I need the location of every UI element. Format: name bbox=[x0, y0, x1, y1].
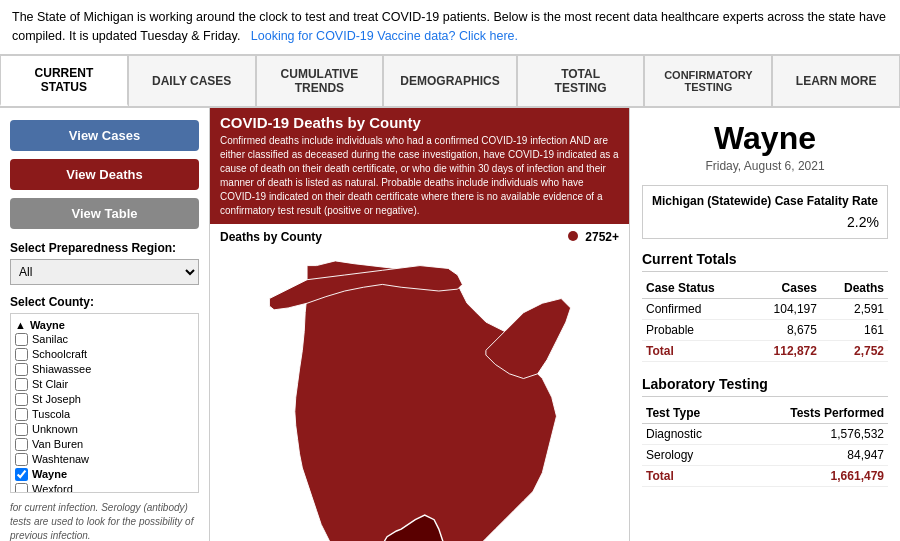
selected-county-date: Friday, August 6, 2021 bbox=[642, 159, 888, 173]
lab-performed-serology: 84,947 bbox=[737, 444, 888, 465]
map-header: COVID-19 Deaths by County Confirmed deat… bbox=[210, 108, 629, 224]
cases-total: 112,872 bbox=[749, 340, 821, 361]
status-confirmed: Confirmed bbox=[642, 298, 749, 319]
legend-dot bbox=[568, 231, 578, 241]
status-probable: Probable bbox=[642, 319, 749, 340]
lab-col-performed: Tests Performed bbox=[737, 403, 888, 424]
map-subtitle: Deaths by County bbox=[220, 230, 322, 244]
status-total: Total bbox=[642, 340, 749, 361]
map-title: COVID-19 Deaths by County bbox=[220, 114, 619, 131]
view-table-button[interactable]: View Table bbox=[10, 198, 199, 229]
michigan-map-svg bbox=[260, 255, 580, 542]
map-title-bar: Deaths by County 2752+ bbox=[210, 224, 629, 250]
region-select[interactable]: All bbox=[10, 259, 199, 285]
lab-row-serology: Serology 84,947 bbox=[642, 444, 888, 465]
county-washtenaw[interactable]: Washtenaw bbox=[15, 452, 194, 467]
sidebar-note: for current infection. Serology (antibod… bbox=[10, 501, 199, 542]
sidebar: View Cases View Deaths View Table Select… bbox=[0, 108, 210, 542]
county-schoolcraft[interactable]: Schoolcraft bbox=[15, 347, 194, 362]
top-banner: The State of Michigan is working around … bbox=[0, 0, 900, 55]
deaths-probable: 161 bbox=[821, 319, 888, 340]
map-container bbox=[210, 250, 629, 542]
svg-marker-2 bbox=[485, 298, 570, 378]
lab-testing-table: Test Type Tests Performed Diagnostic 1,5… bbox=[642, 403, 888, 487]
right-panel: Wayne Friday, August 6, 2021 Michigan (S… bbox=[630, 108, 900, 542]
lab-type-diagnostic: Diagnostic bbox=[642, 423, 737, 444]
lab-performed-total: 1,661,479 bbox=[737, 465, 888, 486]
table-row-probable: Probable 8,675 161 bbox=[642, 319, 888, 340]
county-list: ▲ Wayne Sanilac Schoolcraft Shiawassee S… bbox=[10, 313, 199, 493]
col-case-status: Case Status bbox=[642, 278, 749, 299]
nav-item-cumulative-trends[interactable]: CUMULATIVE TRENDS bbox=[256, 55, 384, 106]
cases-probable: 8,675 bbox=[749, 319, 821, 340]
county-st-clair[interactable]: St Clair bbox=[15, 377, 194, 392]
lab-row-total: Total 1,661,479 bbox=[642, 465, 888, 486]
nav-bar: CURRENT STATUS DAILY CASES CUMULATIVE TR… bbox=[0, 55, 900, 108]
nav-item-learn-more[interactable]: LEARN MORE bbox=[772, 55, 900, 106]
county-wayne-expand[interactable]: ▲ Wayne bbox=[15, 318, 194, 332]
svg-marker-0 bbox=[294, 260, 556, 541]
table-row-confirmed: Confirmed 104,197 2,591 bbox=[642, 298, 888, 319]
county-label: Select County: bbox=[10, 295, 199, 309]
lab-col-type: Test Type bbox=[642, 403, 737, 424]
county-sanilac[interactable]: Sanilac bbox=[15, 332, 194, 347]
col-cases: Cases bbox=[749, 278, 821, 299]
nav-item-demographics[interactable]: DEMOGRAPHICS bbox=[383, 55, 516, 106]
fatality-rate-title: Michigan (Statewide) Case Fatality Rate bbox=[651, 194, 879, 208]
fatality-rate-value: 2.2% bbox=[651, 214, 879, 230]
table-row-total: Total 112,872 2,752 bbox=[642, 340, 888, 361]
deaths-confirmed: 2,591 bbox=[821, 298, 888, 319]
map-description: Confirmed deaths include individuals who… bbox=[220, 134, 619, 218]
county-tuscola[interactable]: Tuscola bbox=[15, 407, 194, 422]
main-content: View Cases View Deaths View Table Select… bbox=[0, 108, 900, 542]
county-van-buren[interactable]: Van Buren bbox=[15, 437, 194, 452]
county-unknown[interactable]: Unknown bbox=[15, 422, 194, 437]
legend-max-label: 2752+ bbox=[585, 230, 619, 244]
view-deaths-button[interactable]: View Deaths bbox=[10, 159, 199, 190]
nav-item-current-status[interactable]: CURRENT STATUS bbox=[0, 55, 128, 106]
current-totals-title: Current Totals bbox=[642, 251, 888, 272]
lab-type-total: Total bbox=[642, 465, 737, 486]
county-st-joseph[interactable]: St Joseph bbox=[15, 392, 194, 407]
nav-item-confirmatory-testing[interactable]: CONFIRMATORY TESTING bbox=[644, 55, 772, 106]
county-shiawassee[interactable]: Shiawassee bbox=[15, 362, 194, 377]
current-totals-table: Case Status Cases Deaths Confirmed 104,1… bbox=[642, 278, 888, 362]
deaths-total: 2,752 bbox=[821, 340, 888, 361]
selected-county-name: Wayne bbox=[642, 120, 888, 157]
vaccine-link[interactable]: Looking for COVID-19 Vaccine data? Click… bbox=[251, 29, 518, 43]
lab-row-diagnostic: Diagnostic 1,576,532 bbox=[642, 423, 888, 444]
map-area: COVID-19 Deaths by County Confirmed deat… bbox=[210, 108, 630, 542]
lab-performed-diagnostic: 1,576,532 bbox=[737, 423, 888, 444]
map-legend: 2752+ bbox=[568, 230, 619, 244]
nav-item-total-testing[interactable]: TOTAL TESTING bbox=[517, 55, 645, 106]
county-wayne-label: Wayne bbox=[30, 319, 65, 331]
view-cases-button[interactable]: View Cases bbox=[10, 120, 199, 151]
county-wexford[interactable]: Wexford bbox=[15, 482, 194, 493]
fatality-rate-box: Michigan (Statewide) Case Fatality Rate … bbox=[642, 185, 888, 239]
lab-type-serology: Serology bbox=[642, 444, 737, 465]
region-label: Select Preparedness Region: bbox=[10, 241, 199, 255]
nav-item-daily-cases[interactable]: DAILY CASES bbox=[128, 55, 256, 106]
col-deaths: Deaths bbox=[821, 278, 888, 299]
lab-testing-title: Laboratory Testing bbox=[642, 376, 888, 397]
cases-confirmed: 104,197 bbox=[749, 298, 821, 319]
county-wayne-check[interactable]: Wayne bbox=[15, 467, 194, 482]
